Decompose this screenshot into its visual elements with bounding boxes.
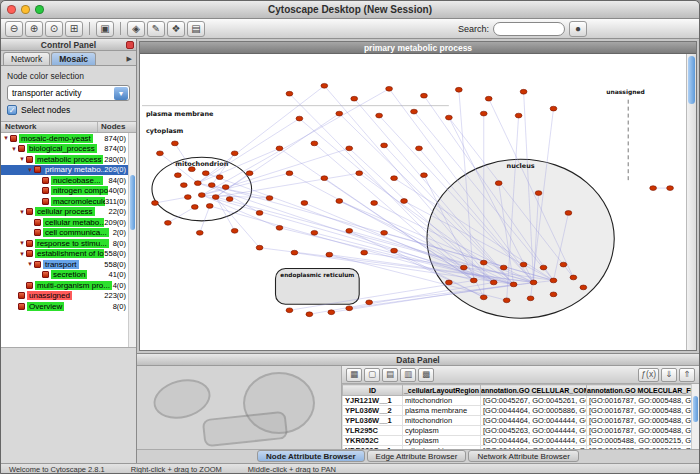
network-node[interactable] — [570, 275, 577, 280]
network-node[interactable] — [361, 250, 368, 255]
tree-row[interactable]: ▼cellular process22(0) — [1, 207, 136, 218]
tree-row[interactable]: ▼mosaic-demo-yeast874(0) — [1, 133, 136, 144]
window-minimize-button[interactable] — [21, 5, 30, 14]
network-node[interactable] — [371, 201, 378, 206]
unselect-attributes-icon[interactable]: ▢ — [364, 368, 380, 382]
network-node[interactable] — [256, 245, 263, 250]
network-edge[interactable] — [155, 197, 188, 203]
zoom-out-icon[interactable]: ⊖ — [5, 21, 23, 37]
network-node[interactable] — [226, 197, 233, 202]
network-node[interactable] — [266, 196, 273, 201]
network-node[interactable] — [208, 183, 215, 188]
network-node[interactable] — [196, 230, 203, 235]
table-cell[interactable]: [GO:0005488, GO:0005215, GO:0015075, G..… — [587, 436, 693, 446]
network-node[interactable] — [311, 230, 318, 235]
network-edge[interactable] — [216, 197, 260, 248]
network-canvas[interactable]: plasma membranecytoplasmmitochondrionnuc… — [140, 54, 686, 350]
network-node[interactable] — [535, 191, 542, 196]
table-cell[interactable]: [GO:0016787, GO:0005488, GO:0005215, G..… — [587, 446, 693, 450]
network-node[interactable] — [445, 115, 452, 120]
search-input[interactable] — [493, 22, 565, 36]
network-node[interactable] — [326, 252, 333, 257]
expand-icon[interactable]: ▼ — [27, 261, 34, 267]
select-attributes-icon[interactable]: ▦ — [346, 368, 362, 382]
network-node[interactable] — [530, 280, 537, 285]
network-vertical-scrollbar[interactable] — [686, 54, 696, 350]
column-header[interactable]: ID — [343, 385, 403, 396]
table-scrollbar[interactable] — [691, 384, 699, 449]
expand-icon[interactable]: ▼ — [19, 209, 26, 215]
network-edge[interactable] — [198, 86, 325, 183]
table-row[interactable]: YLR295Ccytoplasm[GO:0045263, GO:0044444,… — [343, 426, 693, 436]
vizmapper-icon[interactable]: ❖ — [167, 21, 185, 37]
zoom-selected-icon[interactable]: ⊙ — [45, 21, 63, 37]
network-node[interactable] — [321, 83, 328, 88]
network-node[interactable] — [198, 193, 205, 198]
network-view-title[interactable]: primary metabolic process — [140, 42, 696, 54]
network-edge[interactable] — [202, 89, 389, 195]
network-node[interactable] — [520, 89, 527, 94]
table-cell[interactable]: cytoplasm — [403, 426, 481, 436]
network-node[interactable] — [485, 96, 492, 101]
expand-icon[interactable]: ▼ — [27, 167, 34, 173]
network-node[interactable] — [376, 113, 383, 118]
network-node[interactable] — [296, 116, 303, 121]
network-node[interactable] — [650, 186, 657, 191]
table-cell[interactable]: mitochondrion — [403, 396, 481, 406]
table-cell[interactable]: [GO:0044464, GO:0005886, GO:0044444, G..… — [481, 406, 587, 416]
expand-icon[interactable]: ▼ — [19, 240, 26, 246]
network-node[interactable] — [328, 310, 335, 315]
network-node[interactable] — [421, 173, 428, 178]
network-node[interactable] — [286, 171, 293, 176]
tree-row[interactable]: macromolecule...311(0) — [1, 196, 136, 207]
node-color-select[interactable]: transporter activity ▼ — [7, 85, 130, 101]
network-node[interactable] — [560, 262, 567, 267]
network-node[interactable] — [580, 285, 587, 290]
network-node[interactable] — [381, 143, 388, 148]
tree-row[interactable]: cell communica...2(0) — [1, 228, 136, 239]
tree-scrollbar[interactable] — [128, 133, 136, 347]
tree-row[interactable]: unassigned223(0) — [1, 291, 136, 302]
panel-float-icon[interactable] — [126, 41, 134, 49]
network-node[interactable] — [445, 280, 452, 285]
network-node[interactable] — [256, 211, 263, 216]
network-node[interactable] — [231, 228, 238, 233]
network-node[interactable] — [503, 298, 510, 303]
network-node[interactable] — [490, 280, 497, 285]
tree-row[interactable]: Overview8(0) — [1, 301, 136, 312]
plugins-icon[interactable]: ▤ — [187, 21, 205, 37]
network-node[interactable] — [565, 211, 572, 216]
table-cell[interactable]: YJR121W__1 — [343, 396, 403, 406]
network-node[interactable] — [416, 146, 423, 151]
network-node[interactable] — [311, 141, 318, 146]
network-node[interactable] — [391, 248, 398, 253]
network-node[interactable] — [356, 171, 363, 176]
import-attributes-icon[interactable]: ⇓ — [661, 368, 677, 382]
table-cell[interactable]: mitochondrion — [403, 446, 481, 450]
network-node[interactable] — [550, 278, 557, 283]
window-zoom-button[interactable] — [35, 5, 44, 14]
network-node[interactable] — [480, 295, 487, 300]
network-edge[interactable] — [216, 173, 359, 197]
network-node[interactable] — [527, 296, 534, 301]
table-row[interactable]: YDR039C__1mitochondrion[GO:0044464, GO:0… — [343, 446, 693, 450]
network-node[interactable] — [286, 308, 293, 313]
network-edge[interactable] — [200, 206, 210, 233]
network-node[interactable] — [246, 171, 253, 176]
window-close-button[interactable] — [7, 5, 16, 14]
table-scrollbar-thumb[interactable] — [693, 396, 698, 422]
network-node[interactable] — [152, 201, 159, 206]
network-node[interactable] — [206, 204, 213, 209]
table-cell[interactable]: [GO:0016787, GO:0005488, GO:0005215, G..… — [587, 396, 693, 406]
table-cell[interactable]: YPL036W__1 — [343, 416, 403, 426]
column-header[interactable]: _cellularLayoutRegion — [403, 385, 481, 396]
tree-row[interactable]: secretion41(0) — [1, 270, 136, 281]
table-cell[interactable]: YLR295C — [343, 426, 403, 436]
network-node[interactable] — [351, 96, 358, 101]
table-cell[interactable]: [GO:0044464, GO:0044444, GO:0044424, G..… — [481, 436, 587, 446]
delete-attribute-icon[interactable]: ▩ — [418, 368, 434, 382]
network-node[interactable] — [495, 181, 502, 186]
tree-row[interactable]: ▼primary metabo...209(0) — [1, 165, 136, 176]
column-header[interactable]: annotation.GO MOLECULAR_FUNCTION — [587, 385, 693, 396]
network-node[interactable] — [194, 181, 201, 186]
